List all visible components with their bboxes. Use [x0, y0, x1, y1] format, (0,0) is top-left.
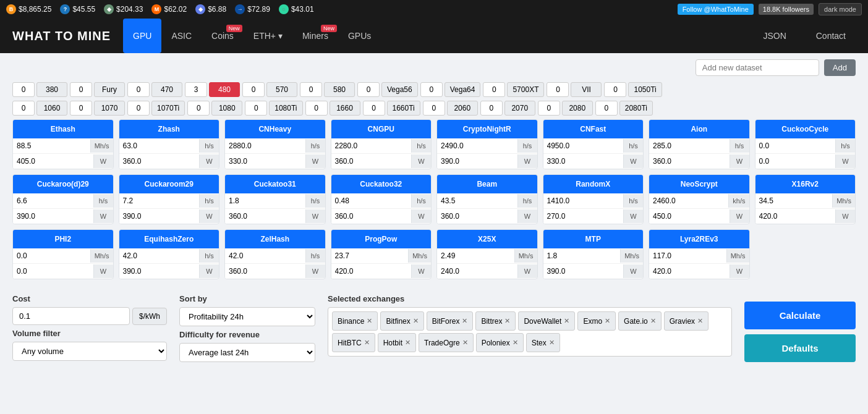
- gpu-count-fury[interactable]: [70, 82, 92, 97]
- algo-header[interactable]: Beam: [437, 175, 537, 193]
- algo-hashrate-input[interactable]: [649, 138, 730, 153]
- algo-header[interactable]: CNHeavy: [225, 120, 325, 138]
- defaults-button[interactable]: Defaults: [744, 334, 856, 362]
- gpu-count-2070[interactable]: [480, 101, 503, 116]
- sort-select[interactable]: Profitability 24h Profitability 1h Coin …: [179, 307, 315, 326]
- algo-header[interactable]: ProgPow: [331, 230, 432, 248]
- algo-header[interactable]: Aion: [649, 120, 749, 138]
- algo-hashrate-input[interactable]: [119, 138, 200, 153]
- algo-hashrate-input[interactable]: [331, 248, 409, 263]
- algo-power-input[interactable]: [649, 264, 730, 279]
- algo-header[interactable]: X16Rv2: [755, 175, 856, 193]
- exchange-remove-button[interactable]: ✕: [697, 317, 703, 325]
- algo-header[interactable]: Zhash: [119, 120, 219, 138]
- exchange-remove-button[interactable]: ✕: [564, 317, 569, 325]
- algo-hashrate-input[interactable]: [225, 138, 305, 153]
- algo-header[interactable]: NeoScrypt: [649, 175, 749, 193]
- algo-power-input[interactable]: [543, 154, 624, 169]
- algo-header[interactable]: Cuckatoo31: [225, 175, 325, 193]
- algo-hashrate-input[interactable]: [543, 138, 624, 153]
- algo-hashrate-input[interactable]: [649, 193, 728, 208]
- algo-hashrate-input[interactable]: [119, 193, 200, 208]
- algo-power-input[interactable]: [649, 154, 730, 169]
- follow-button[interactable]: Follow @WhatToMine: [678, 4, 754, 15]
- algo-power-input[interactable]: [13, 209, 93, 224]
- gpu-count-5700xt[interactable]: [483, 82, 505, 97]
- gpu-count-470[interactable]: [127, 82, 150, 97]
- algo-power-input[interactable]: [225, 154, 305, 169]
- exchange-remove-button[interactable]: ✕: [549, 339, 555, 347]
- algo-power-input[interactable]: [119, 154, 200, 169]
- gpu-count-1070ti[interactable]: [127, 101, 150, 116]
- algo-header[interactable]: MTP: [543, 230, 644, 248]
- algo-hashrate-input[interactable]: [225, 248, 305, 263]
- algo-hashrate-input[interactable]: [437, 248, 514, 263]
- difficulty-select[interactable]: Average last 24h Current difficulty Aver…: [179, 343, 315, 362]
- algo-power-input[interactable]: [119, 264, 200, 279]
- nav-miners[interactable]: MinersNew: [292, 19, 338, 53]
- exchange-remove-button[interactable]: ✕: [605, 317, 610, 325]
- algo-hashrate-input[interactable]: [331, 193, 412, 208]
- algo-hashrate-input[interactable]: [13, 193, 93, 208]
- algo-power-input[interactable]: [225, 209, 305, 224]
- gpu-count-2080ti[interactable]: [595, 101, 618, 116]
- gpu-count-2080[interactable]: [538, 101, 560, 116]
- algo-hashrate-input[interactable]: [649, 248, 726, 263]
- algo-power-input[interactable]: [331, 209, 412, 224]
- exchange-remove-button[interactable]: ✕: [462, 317, 467, 325]
- algo-power-input[interactable]: [331, 264, 412, 279]
- algo-hashrate-input[interactable]: [13, 248, 90, 263]
- exchange-remove-button[interactable]: ✕: [413, 317, 419, 325]
- nav-json[interactable]: JSON: [753, 19, 796, 53]
- algo-power-input[interactable]: [755, 209, 836, 224]
- exchange-remove-button[interactable]: ✕: [650, 317, 656, 325]
- algo-header[interactable]: CuckooCycle: [755, 120, 856, 138]
- algo-header[interactable]: CryptoNightR: [437, 120, 537, 138]
- nav-asic[interactable]: ASIC: [161, 19, 202, 53]
- darkmode-button[interactable]: dark mode: [819, 3, 862, 15]
- algo-hashrate-input[interactable]: [437, 193, 517, 208]
- algo-header[interactable]: Cuckaroom29: [119, 175, 219, 193]
- algo-hashrate-input[interactable]: [755, 193, 833, 208]
- exchange-remove-button[interactable]: ✕: [405, 339, 411, 347]
- algo-hashrate-input[interactable]: [543, 248, 621, 263]
- algo-power-input[interactable]: [543, 264, 624, 279]
- gpu-count-480[interactable]: [185, 82, 207, 97]
- gpu-count-2060[interactable]: [423, 101, 445, 116]
- gpu-count-vii[interactable]: [547, 82, 569, 97]
- algo-power-input[interactable]: [755, 154, 836, 169]
- algo-hashrate-input[interactable]: [437, 138, 517, 153]
- algo-hashrate-input[interactable]: [755, 138, 836, 153]
- algo-power-input[interactable]: [225, 264, 305, 279]
- gpu-count-570[interactable]: [242, 82, 265, 97]
- algo-header[interactable]: Ethash: [13, 120, 113, 138]
- algo-power-input[interactable]: [437, 154, 517, 169]
- nav-gpus[interactable]: GPUs: [338, 19, 381, 53]
- gpu-count-1660ti[interactable]: [363, 101, 385, 116]
- algo-header[interactable]: RandomX: [543, 175, 644, 193]
- algo-power-input[interactable]: [119, 209, 200, 224]
- gpu-count-vega64[interactable]: [420, 82, 443, 97]
- algo-hashrate-input[interactable]: [225, 193, 305, 208]
- algo-hashrate-input[interactable]: [119, 248, 200, 263]
- algo-hashrate-input[interactable]: [543, 193, 624, 208]
- gpu-count-1070[interactable]: [70, 101, 92, 116]
- algo-power-input[interactable]: [437, 264, 517, 279]
- algo-header[interactable]: CNFast: [543, 120, 644, 138]
- algo-power-input[interactable]: [649, 209, 730, 224]
- gpu-count-1660[interactable]: [305, 101, 328, 116]
- algo-header[interactable]: ZelHash: [225, 230, 325, 248]
- algo-header[interactable]: PHI2: [13, 230, 113, 248]
- algo-header[interactable]: Cuckaroo(d)29: [13, 175, 113, 193]
- algo-header[interactable]: EquihashZero: [119, 230, 219, 248]
- calculate-button[interactable]: Calculate: [744, 302, 856, 329]
- algo-power-input[interactable]: [13, 264, 93, 279]
- algo-header[interactable]: Cuckatoo32: [331, 175, 432, 193]
- dataset-add-button[interactable]: Add: [824, 59, 856, 76]
- nav-eth-plus[interactable]: ETH+ ▾: [244, 19, 292, 53]
- algo-header[interactable]: Lyra2REv3: [649, 230, 749, 248]
- volume-select[interactable]: Any volume > $10,000 > $100,000: [12, 342, 167, 361]
- gpu-count-1050ti[interactable]: [604, 82, 626, 97]
- nav-gpu[interactable]: GPU: [123, 19, 161, 53]
- algo-header[interactable]: X25X: [437, 230, 537, 248]
